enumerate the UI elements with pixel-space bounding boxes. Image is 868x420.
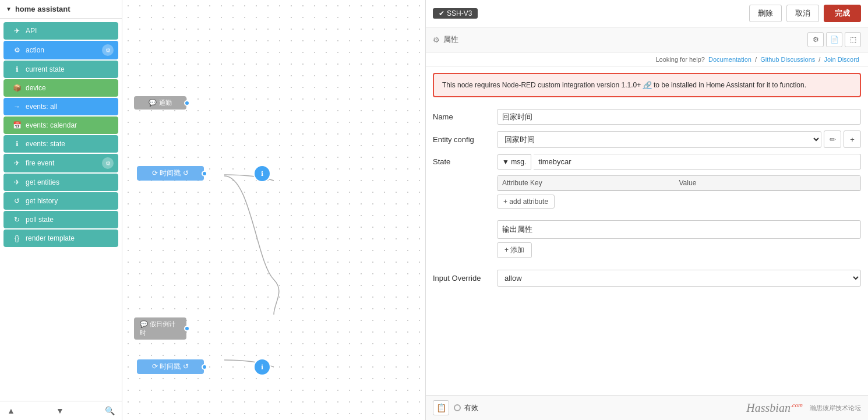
node-time-trigger-2[interactable]: ⟳ 时间戳 ↺ <box>137 359 204 374</box>
sidebar-item-api[interactable]: ✈ API <box>3 22 118 40</box>
footer-left: 📋 有效 <box>433 400 478 415</box>
input-override-control: allowmergeoverwrite <box>497 270 861 287</box>
delete-button[interactable]: 删除 <box>749 5 782 22</box>
node-time-trigger-1[interactable]: ⟳ 时间戳 ↺ <box>137 166 204 181</box>
sidebar-item-icon-get-history: ↺ <box>12 196 22 206</box>
sidebar-item-label-events-calendar: events: calendar <box>26 121 77 129</box>
entity-config-edit-button[interactable]: ✏ <box>824 130 841 148</box>
sidebar-item-get-entities[interactable]: ✈ get entities <box>3 174 118 191</box>
complete-button[interactable]: 完成 <box>824 5 861 22</box>
attr-value-header: Value <box>679 179 856 187</box>
discord-link[interactable]: Join Discord <box>824 56 859 63</box>
sidebar-item-badge-action: ⚙ <box>102 44 114 56</box>
cancel-button[interactable]: 取消 <box>786 5 819 22</box>
form-row-input-override: Input Override allowmergeoverwrite <box>433 270 861 287</box>
sidebar-item-left-events-state: ℹ events: state <box>12 139 65 149</box>
warning-link[interactable]: 🔗 <box>643 81 652 89</box>
sidebar-item-events-all[interactable]: → events: all <box>3 98 118 115</box>
sidebar-item-icon-events-calendar: 📅 <box>12 120 22 130</box>
sidebar-item-left-events-all: → events: all <box>12 101 57 112</box>
section-export-button[interactable]: ⬚ <box>845 32 861 47</box>
sidebar-item-action[interactable]: ⚙ action ⚙ <box>3 41 118 59</box>
node-holiday-comment[interactable]: 💬 假日倒计时 <box>134 317 186 340</box>
node-port-connector-1[interactable]: ℹ <box>253 165 271 182</box>
section-file-button[interactable]: 📄 <box>826 32 842 47</box>
ssh-label: SSH-V3 <box>447 9 472 17</box>
sidebar-item-icon-events-state: ℹ <box>12 139 22 149</box>
form-row-state: State ▼ msg. <box>433 154 861 170</box>
output-prop-display: 输出属性 <box>497 220 861 239</box>
sidebar-scroll-down-button[interactable]: ▼ <box>54 404 66 418</box>
sidebar-item-left-get-entities: ✈ get entities <box>12 177 59 188</box>
state-type-button[interactable]: ▼ msg. <box>497 154 531 170</box>
status-circle-icon <box>454 404 461 411</box>
entity-config-add-button[interactable]: + <box>844 130 861 148</box>
help-text: Looking for help? <box>656 56 705 63</box>
sidebar-item-current-state[interactable]: ℹ current state <box>3 61 118 78</box>
sidebar-header: ▼ home assistant <box>0 0 122 19</box>
form-row-name: Name <box>433 109 861 125</box>
section-title-text: 属性 <box>443 34 458 45</box>
status-valid-indicator: 有效 <box>454 403 478 413</box>
panel-top-bar: ✔ SSH-V3 删除 取消 完成 <box>426 0 868 27</box>
state-control: ▼ msg. <box>497 154 861 170</box>
documentation-link[interactable]: Documentation <box>708 56 751 63</box>
node-commute-comment[interactable]: 💬 通勤 <box>134 96 186 110</box>
node-holiday-port-right <box>184 326 190 331</box>
warning-text: This node requires Node-RED custom integ… <box>442 81 641 89</box>
warning-box: This node requires Node-RED custom integ… <box>433 73 861 97</box>
sidebar-bottom-controls: ▲ ▼ 🔍 <box>0 401 122 420</box>
add-attribute-button[interactable]: + add attribute <box>497 195 555 209</box>
name-input[interactable] <box>497 109 861 125</box>
hassbian-tagline: 瀚思彼岸技术论坛 <box>810 404 861 412</box>
form-row-entity-config: Entity config 回家时间 ✏ + <box>433 130 861 148</box>
form-body: Name Entity config 回家时间 ✏ + State <box>426 103 868 395</box>
sidebar-title: home assistant <box>15 5 70 13</box>
sidebar-item-icon-events-all: → <box>12 101 22 112</box>
sidebar-item-icon-api: ✈ <box>12 26 22 36</box>
ssh-badge: ✔ SSH-V3 <box>433 8 478 19</box>
attribute-table: Attribute Key Value <box>497 175 861 191</box>
panel-section-actions: ⚙ 📄 ⬚ <box>807 32 861 47</box>
right-panel: ✔ SSH-V3 删除 取消 完成 ⚙ 属性 ⚙ 📄 ⬚ Looking for… <box>425 0 868 420</box>
sidebar-item-render-template[interactable]: {} render template <box>3 230 118 247</box>
sidebar-item-badge-fire-event: ⚙ <box>102 157 114 169</box>
sidebar-item-poll-state[interactable]: ↻ poll state <box>3 211 118 228</box>
section-settings-button[interactable]: ⚙ <box>807 32 824 47</box>
entity-config-select[interactable]: 回家时间 <box>497 131 821 148</box>
node-port-connector-2[interactable]: ℹ <box>253 358 271 376</box>
input-override-select[interactable]: allowmergeoverwrite <box>497 270 861 287</box>
state-type-label: msg. <box>511 158 526 166</box>
sidebar-item-fire-event[interactable]: ✈ fire event ⚙ <box>3 154 118 172</box>
sidebar-item-events-calendar[interactable]: 📅 events: calendar <box>3 117 118 134</box>
sidebar: ▼ home assistant ✈ API ⚙ action ⚙ ℹ curr… <box>0 0 122 420</box>
add-output-button[interactable]: + 添加 <box>497 242 532 258</box>
sidebar-item-left-device: 📦 device <box>12 83 46 93</box>
sidebar-item-label-current-state: current state <box>26 65 65 73</box>
canvas-area[interactable]: 💬 通勤 ⟳ 时间戳 ↺ ℹ 💬 假日倒计时 ⟳ 时间戳 ↺ ℹ <box>122 0 425 420</box>
node-time-trigger-1-port-right <box>202 171 207 177</box>
sidebar-item-icon-fire-event: ✈ <box>12 158 22 168</box>
sidebar-item-left-poll-state: ↻ poll state <box>12 214 54 225</box>
footer-clipboard-button[interactable]: 📋 <box>433 400 449 415</box>
panel-section-header: ⚙ 属性 ⚙ 📄 ⬚ <box>426 27 868 52</box>
sidebar-chevron-icon: ▼ <box>6 6 12 12</box>
name-control <box>497 109 861 125</box>
attributes-control: Attribute Key Value + add attribute <box>497 175 861 214</box>
sidebar-item-icon-action: ⚙ <box>12 45 22 55</box>
sidebar-item-label-get-entities: get entities <box>26 178 59 186</box>
state-value-input[interactable] <box>534 154 861 170</box>
sidebar-item-events-state[interactable]: ℹ events: state <box>3 135 118 153</box>
sidebar-search-button[interactable]: 🔍 <box>103 404 117 418</box>
sidebar-item-label-events-all: events: all <box>26 103 57 111</box>
sidebar-item-device[interactable]: 📦 device <box>3 79 118 97</box>
sidebar-item-label-action: action <box>26 46 44 54</box>
sidebar-item-get-history[interactable]: ↺ get history <box>3 192 118 210</box>
sidebar-scroll-up-button[interactable]: ▲ <box>5 404 17 418</box>
sidebar-item-left-action: ⚙ action <box>12 45 44 55</box>
sidebar-item-left-current-state: ℹ current state <box>12 64 65 75</box>
ssh-icon: ✔ <box>439 9 444 17</box>
sidebar-item-left-api: ✈ API <box>12 26 37 36</box>
github-link[interactable]: Github Discussions <box>760 56 815 63</box>
sidebar-items-list: ✈ API ⚙ action ⚙ ℹ current state 📦 devic… <box>0 19 122 401</box>
